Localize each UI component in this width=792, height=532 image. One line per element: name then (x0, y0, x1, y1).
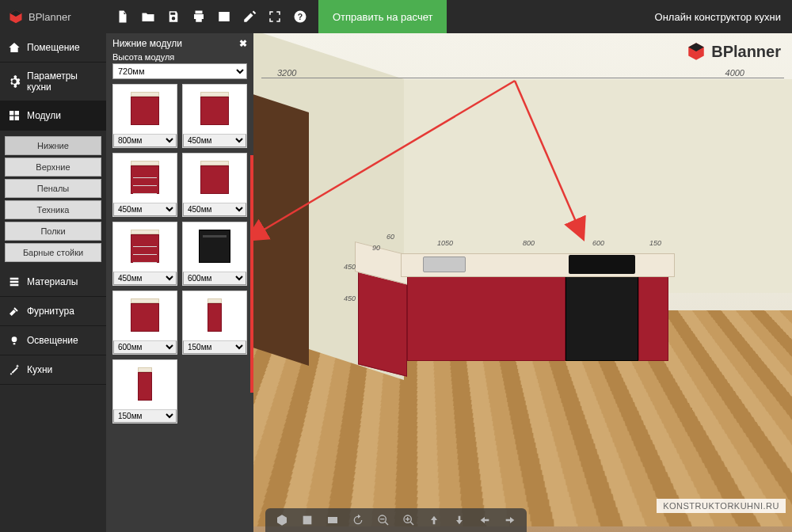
module-thumb (183, 154, 246, 201)
module-thumb (113, 222, 177, 270)
svg-line-17 (410, 522, 413, 525)
module-thumb (113, 154, 177, 201)
sidebar-label: Фурнитура (27, 306, 74, 317)
send-calculation-button[interactable]: Отправить на расчет (318, 0, 447, 33)
save-icon[interactable] (162, 0, 185, 33)
view-top-icon[interactable] (299, 511, 316, 529)
viewport-3d[interactable]: 60 1050 800 600 150 450 90 450 3200 4000… (253, 33, 792, 532)
svg-rect-3 (15, 111, 19, 115)
cabinet-end (638, 272, 668, 361)
fullscreen-icon[interactable] (263, 0, 287, 33)
module-grid: 800мм450мм450мм450мм450мм600мм600мм150мм… (112, 84, 247, 424)
image-icon[interactable] (212, 0, 236, 33)
module-width-select[interactable]: 450мм (113, 203, 177, 216)
gear-icon (8, 75, 21, 88)
module-card[interactable]: 450мм (112, 222, 177, 286)
svg-rect-10 (328, 517, 337, 523)
module-height-select[interactable]: 720мм (112, 63, 247, 79)
module-width-select[interactable]: 450мм (183, 134, 246, 147)
close-icon[interactable]: ✖ (239, 38, 247, 49)
height-label: Высота модуля (112, 52, 247, 62)
module-width-select[interactable]: 150мм (113, 409, 177, 423)
view-front-icon[interactable] (324, 511, 341, 529)
subcat-lower[interactable]: Нижние (5, 136, 101, 155)
sidebar-item-modules[interactable]: Модули (0, 101, 106, 131)
home-icon (8, 41, 21, 54)
module-card[interactable]: 450мм (182, 153, 247, 217)
module-card[interactable]: 600мм (112, 291, 177, 355)
zoom-in-icon[interactable] (400, 511, 417, 529)
sidebar-item-materials[interactable]: Материалы (0, 268, 106, 297)
logo-icon (8, 9, 24, 25)
arrow-up-icon[interactable] (425, 511, 443, 529)
sidebar-item-room[interactable]: Помещение (0, 33, 106, 63)
module-card[interactable]: 450мм (182, 84, 247, 148)
edit-icon[interactable] (238, 0, 261, 33)
dim: 90 (372, 244, 380, 252)
sidebar-label: Кухни (27, 364, 52, 375)
scrollbar[interactable] (250, 155, 253, 393)
new-file-icon[interactable] (111, 0, 135, 33)
module-card[interactable]: 450мм (112, 153, 177, 217)
sink (423, 256, 466, 272)
svg-text:?: ? (298, 12, 303, 21)
dim: 150 (649, 239, 661, 247)
sidebar-item-params[interactable]: Параметры кухни (0, 63, 106, 101)
sidebar-label: Помещение (27, 42, 80, 53)
zoom-out-icon[interactable] (375, 511, 392, 529)
room-dimensions: 3200 4000 (253, 68, 792, 78)
panel-header: Нижние модули ✖ (112, 38, 247, 49)
svg-rect-9 (303, 516, 312, 525)
module-card[interactable]: 600мм (182, 222, 247, 286)
help-icon[interactable]: ? (288, 0, 312, 33)
module-thumb (183, 291, 246, 339)
module-width-select[interactable]: 450мм (113, 272, 177, 285)
module-card[interactable]: 150мм (112, 359, 177, 424)
app-title: Онлайн конструктор кухни (655, 11, 781, 23)
dim: 800 (523, 239, 535, 247)
sidebar-item-lighting[interactable]: Освещение (0, 326, 106, 355)
modules-panel: Нижние модули ✖ Высота модуля 720мм 800м… (106, 33, 253, 532)
subcat-upper[interactable]: Верхние (5, 158, 101, 177)
sidebar-item-fittings[interactable]: Фурнитура (0, 297, 106, 326)
subcat-shelves[interactable]: Полки (5, 222, 101, 241)
oven (565, 271, 638, 361)
module-width-select[interactable]: 600мм (113, 340, 177, 354)
module-width-select[interactable]: 150мм (183, 340, 246, 354)
arrow-down-icon[interactable] (451, 511, 468, 529)
module-thumb (183, 85, 246, 132)
module-thumb (113, 291, 177, 339)
toolbar-icons: ? (111, 0, 312, 33)
sidebar-item-kitchens[interactable]: Кухни (0, 355, 106, 385)
view-3d-icon[interactable] (273, 511, 291, 529)
svg-line-13 (385, 522, 388, 525)
print-icon[interactable] (187, 0, 211, 33)
module-width-select[interactable]: 600мм (183, 272, 246, 285)
sidebar-label: Модули (27, 110, 61, 121)
cabinet-run (407, 276, 565, 361)
subcat-appliances[interactable]: Техника (5, 200, 101, 219)
viewport-logo-text: BPlanner (711, 43, 781, 61)
scene: 60 1050 800 600 150 450 90 450 (253, 33, 792, 532)
arrow-left-icon[interactable] (476, 511, 493, 529)
door (253, 94, 309, 366)
dim: 450 (344, 263, 356, 271)
sidebar-label: Материалы (27, 276, 78, 287)
subcat-bar[interactable]: Барные стойки (5, 243, 101, 262)
module-width-select[interactable]: 800мм (113, 134, 177, 147)
subcat-tall[interactable]: Пеналы (5, 179, 101, 198)
sidebar: Помещение Параметры кухни Модули Нижние … (0, 33, 106, 532)
open-folder-icon[interactable] (136, 0, 160, 33)
logo-icon (686, 41, 706, 62)
module-thumb (183, 222, 246, 270)
view-toolbar (265, 508, 527, 532)
dim: 600 (592, 239, 604, 247)
arrow-right-icon[interactable] (501, 511, 519, 529)
svg-rect-2 (10, 111, 13, 115)
module-card[interactable]: 800мм (112, 84, 177, 148)
rotate-icon[interactable] (349, 511, 367, 529)
module-card[interactable]: 150мм (182, 291, 247, 355)
app-logo: BPlanner (0, 9, 106, 25)
module-thumb (113, 360, 177, 408)
module-width-select[interactable]: 450мм (183, 203, 246, 216)
